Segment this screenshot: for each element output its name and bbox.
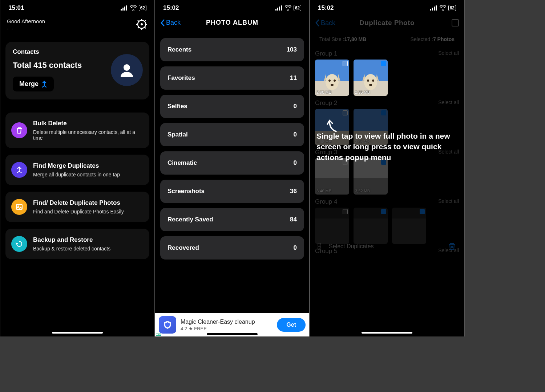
back-label: Back: [321, 19, 335, 27]
select-mode-checkbox[interactable]: [452, 19, 459, 26]
thumb-size: 2,95 MB: [355, 90, 370, 94]
selected-value: 7 Photos: [433, 36, 455, 42]
home-indicator[interactable]: [362, 332, 412, 334]
photo-thumb[interactable]: [315, 208, 349, 244]
select-duplicates-button[interactable]: Select Duplicates: [317, 242, 374, 250]
album-name: Recents: [167, 46, 191, 53]
status-bar: 15:02 62: [155, 0, 309, 14]
nav-bar: Back Duplicate Photo: [310, 14, 464, 32]
thumb-checkbox[interactable]: [381, 61, 386, 66]
thumb-checkbox[interactable]: [343, 61, 348, 66]
wifi-icon: [130, 5, 137, 11]
photo-thumb[interactable]: 2,90 MB: [315, 60, 349, 96]
greeting-text: Good Afternoon: [7, 18, 45, 24]
dog-illustration: [361, 70, 380, 92]
home-indicator[interactable]: [207, 333, 258, 335]
album-count: 36: [290, 188, 297, 195]
screen-photo-album: 15:02 62 Back PHOTO ALBUM Recents103 Fav…: [155, 0, 310, 336]
total-size-value: 17,80 MB: [344, 36, 366, 42]
svg-rect-18: [277, 8, 278, 11]
home-indicator[interactable]: [52, 332, 103, 334]
status-bar: 15:02 62: [310, 0, 464, 14]
album-row-recently-saved[interactable]: Recently Saved84: [160, 208, 304, 231]
dog-illustration: [322, 70, 342, 92]
back-button[interactable]: Back: [160, 19, 181, 26]
thumb-size: 3,46 MB: [316, 189, 331, 193]
thumb-checkbox[interactable]: [343, 110, 348, 115]
svg-rect-2: [124, 7, 125, 11]
svg-point-13: [141, 23, 143, 25]
group-name: Group 4: [315, 198, 337, 205]
svg-point-25: [326, 74, 339, 90]
thumb-size: 2,90 MB: [316, 90, 331, 94]
album-count: 84: [290, 216, 297, 223]
signal-icon: [275, 5, 283, 11]
album-row-cinematic[interactable]: Cinematic0: [160, 151, 304, 175]
battery-indicator: 62: [294, 5, 301, 11]
svg-point-27: [334, 79, 336, 82]
avatar-icon: [111, 54, 143, 86]
status-time: 15:01: [8, 4, 24, 12]
status-indicators: 62: [275, 5, 301, 11]
album-name: Recently Saved: [167, 216, 213, 223]
thumb-checkbox[interactable]: [381, 209, 386, 214]
album-name: Cinematic: [167, 159, 197, 167]
svg-point-30: [367, 79, 369, 82]
thumb-checkbox[interactable]: [420, 209, 425, 214]
group-4-thumbs: [310, 208, 464, 244]
status-time: 15:02: [163, 4, 179, 12]
group-3-thumbs: 3,46 MB 3,52 MB: [310, 158, 464, 195]
album-row-screenshots[interactable]: Screenshots36: [160, 180, 304, 203]
merge-button[interactable]: Merge: [13, 77, 54, 91]
contacts-card[interactable]: Contacts Total 415 contacts Merge: [5, 42, 149, 99]
menu-merge-duplicates[interactable]: Find Merge Duplicates Merge all duplicat…: [5, 155, 149, 185]
menu-sub: Merge all duplicate contacts in one tap: [33, 172, 120, 177]
menu-bulk-delete[interactable]: Bulk Delete Delete multiple unnecessary …: [5, 113, 149, 148]
screen-home: 15:01 62 Good Afternoon - - Contacts Tot…: [0, 0, 155, 336]
ad-get-button[interactable]: Get: [277, 318, 306, 332]
chevron-left-icon: [315, 19, 319, 26]
status-bar: 15:01 62: [0, 0, 154, 14]
merge-arrow-icon: [11, 162, 27, 178]
photo-thumb[interactable]: 2,95 MB: [354, 60, 388, 96]
select-all-button[interactable]: Select all: [438, 99, 459, 107]
group-name: Group 1: [315, 50, 337, 57]
photo-thumb[interactable]: [354, 208, 388, 244]
album-row-favorites[interactable]: Favorites11: [160, 66, 304, 90]
settings-gear-icon[interactable]: [136, 18, 148, 30]
thumb-checkbox[interactable]: [381, 110, 386, 115]
svg-rect-22: [432, 8, 433, 11]
menu-duplicate-photos[interactable]: Find/ Delete Duplicate Photos Find and D…: [5, 192, 149, 222]
album-row-selfies[interactable]: Selfies0: [160, 95, 304, 118]
photo-thumb[interactable]: [392, 208, 426, 244]
svg-rect-23: [434, 7, 435, 11]
trash-icon: [11, 122, 27, 138]
delete-icon[interactable]: [447, 242, 457, 251]
photo-thumb[interactable]: 3,46 MB: [315, 158, 349, 195]
back-button[interactable]: Back: [315, 19, 335, 27]
restore-icon: [11, 236, 27, 252]
select-all-button[interactable]: Select all: [438, 50, 459, 57]
select-all-button[interactable]: Select all: [438, 198, 459, 205]
group-2-header: Group 2 Select all: [310, 96, 464, 109]
album-name: Screenshots: [167, 188, 205, 195]
svg-rect-0: [121, 9, 122, 11]
svg-rect-19: [279, 7, 280, 11]
menu-title: Find Merge Duplicates: [33, 162, 120, 170]
menu-sub: Delete multiple unnecessary contacts, al…: [33, 129, 144, 141]
ad-meta: 4.2 ★ FREE: [181, 326, 272, 331]
svg-line-12: [145, 20, 146, 21]
photo-thumb[interactable]: 3,52 MB: [354, 158, 388, 195]
album-row-recents[interactable]: Recents103: [160, 38, 304, 61]
onboarding-tip: Single tap to view full photo in a new s…: [316, 131, 453, 163]
status-indicators: 62: [121, 5, 146, 11]
wifi-icon: [440, 5, 446, 11]
album-list: Recents103 Favorites11 Selfies0 Spatial0…: [160, 38, 304, 260]
album-row-recovered[interactable]: Recovered0: [160, 236, 304, 260]
album-count: 0: [294, 244, 297, 252]
album-row-spatial[interactable]: Spatial0: [160, 123, 304, 146]
thumb-checkbox[interactable]: [343, 209, 348, 214]
svg-rect-21: [430, 9, 431, 11]
svg-rect-34: [318, 247, 321, 250]
menu-backup-restore[interactable]: Backup and Restore Backup & restore dele…: [5, 229, 149, 259]
